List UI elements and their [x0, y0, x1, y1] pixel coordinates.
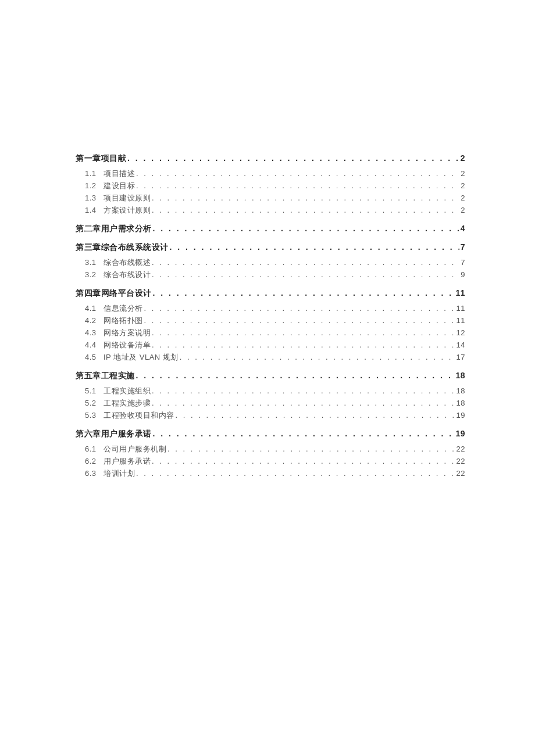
toc-subsection-page: 2	[459, 181, 465, 190]
toc-subsection-list: 1.1项目描述. . . . . . . . . . . . . . . . .…	[76, 169, 465, 216]
toc-leader: . . . . . . . . . . . . . . . . . . . . …	[170, 242, 459, 252]
toc-subsection-number: 1.3	[85, 194, 104, 202]
toc-chapter-row[interactable]: 第三章综合布线系统设计. . . . . . . . . . . . . . .…	[76, 242, 465, 253]
toc-leader: . . . . . . . . . . . . . . . . . . . . …	[152, 341, 455, 349]
toc-subsection-number: 4.2	[85, 316, 104, 325]
toc-subsection-title: 工程实施步骤	[104, 398, 152, 409]
toc-leader: . . . . . . . . . . . . . . . . . . . . …	[153, 429, 455, 438]
toc-subsection-row[interactable]: 4.3网络方案说明. . . . . . . . . . . . . . . .…	[85, 328, 465, 338]
toc-subsection-title: 信息流分析	[104, 303, 144, 314]
toc-subsection-number: 6.1	[85, 445, 104, 453]
toc-subsection-page: 11	[455, 304, 465, 313]
toc-subsection-list: 4.1信息流分析. . . . . . . . . . . . . . . . …	[76, 303, 465, 363]
toc-subsection-page: 22	[455, 445, 465, 453]
toc-subsection-row[interactable]: 1.4方案设计原则. . . . . . . . . . . . . . . .…	[85, 205, 465, 216]
toc-subsection-number: 4.4	[85, 341, 104, 349]
toc-subsection-row[interactable]: 6.1公司用户服务机制. . . . . . . . . . . . . . .…	[85, 444, 465, 454]
toc-subsection-number: 1.2	[85, 181, 104, 190]
toc-chapter-row[interactable]: 第四章网络平台设计. . . . . . . . . . . . . . . .…	[76, 288, 465, 299]
toc-chapter-row[interactable]: 第六章用户服务承诺. . . . . . . . . . . . . . . .…	[76, 429, 465, 439]
toc-subsection-title: 项目建设原则	[104, 193, 152, 203]
toc-leader: . . . . . . . . . . . . . . . . . . . . …	[153, 224, 459, 233]
toc-subsection-title: 项目描述	[104, 169, 136, 179]
toc-subsection-number: 3.1	[85, 258, 104, 267]
toc-chapter-row[interactable]: 第五章工程实施. . . . . . . . . . . . . . . . .…	[76, 371, 465, 381]
toc-chapter-title: 第三章综合布线系统设计	[76, 242, 170, 253]
toc-subsection-number: 6.2	[85, 457, 104, 465]
toc-subsection-page: 2	[459, 169, 465, 178]
toc-subsection-row[interactable]: 3.1综合布线概述. . . . . . . . . . . . . . . .…	[85, 257, 465, 268]
toc-subsection-row[interactable]: 4.4网络设备清单. . . . . . . . . . . . . . . .…	[85, 340, 465, 350]
toc-chapter-page: 2	[459, 153, 465, 163]
toc-leader: . . . . . . . . . . . . . . . . . . . . …	[176, 411, 455, 420]
toc-subsection-title: 网络设备清单	[104, 340, 152, 350]
toc-subsection-row[interactable]: 6.3培训计划. . . . . . . . . . . . . . . . .…	[85, 468, 465, 479]
toc-subsection-page: 22	[455, 469, 465, 478]
toc-subsection-page: 19	[455, 411, 465, 420]
toc-subsection-page: 14	[455, 341, 465, 349]
toc-subsection-row[interactable]: 4.2网络拓扑图. . . . . . . . . . . . . . . . …	[85, 316, 465, 326]
toc-subsection-list: 5.1工程实施组织. . . . . . . . . . . . . . . .…	[76, 386, 465, 421]
toc-leader: . . . . . . . . . . . . . . . . . . . . …	[152, 386, 455, 395]
toc-subsection-title: 建设目标	[104, 181, 136, 191]
toc-chapter-title: 第六章用户服务承诺	[76, 429, 153, 439]
toc-leader: . . . . . . . . . . . . . . . . . . . . …	[152, 328, 455, 337]
toc-subsection-list: 6.1公司用户服务机制. . . . . . . . . . . . . . .…	[76, 444, 465, 479]
toc-chapter-title: 第四章网络平台设计	[76, 288, 153, 299]
toc-subsection-row[interactable]: 6.2用户服务承诺. . . . . . . . . . . . . . . .…	[85, 456, 465, 467]
toc-subsection-number: 4.1	[85, 304, 104, 313]
toc-subsection-number: 5.2	[85, 399, 104, 407]
toc-subsection-number: 1.4	[85, 206, 104, 214]
toc-section: 第五章工程实施. . . . . . . . . . . . . . . . .…	[76, 371, 465, 421]
toc-chapter-row[interactable]: 第二章用户需求分析. . . . . . . . . . . . . . . .…	[76, 224, 465, 234]
toc-chapter-title: 第五章工程实施	[76, 371, 136, 381]
toc-leader: . . . . . . . . . . . . . . . . . . . . …	[127, 153, 459, 163]
toc-chapter-title: 第二章用户需求分析	[76, 224, 153, 234]
toc-leader: . . . . . . . . . . . . . . . . . . . . …	[152, 457, 455, 465]
toc-chapter-page: 19	[454, 429, 465, 438]
toc-leader: . . . . . . . . . . . . . . . . . . . . …	[152, 258, 459, 267]
toc-subsection-title: 网络拓扑图	[104, 316, 144, 326]
toc-leader: . . . . . . . . . . . . . . . . . . . . …	[153, 288, 455, 298]
toc-subsection-page: 12	[455, 328, 465, 337]
toc-leader: . . . . . . . . . . . . . . . . . . . . …	[152, 206, 459, 214]
toc-subsection-title: 工程实施组织	[104, 386, 152, 396]
toc-subsection-title: 工程验收项目和内容	[104, 410, 176, 421]
toc-section: 第四章网络平台设计. . . . . . . . . . . . . . . .…	[76, 288, 465, 363]
toc-subsection-row[interactable]: 3.2综合布线设计. . . . . . . . . . . . . . . .…	[85, 270, 465, 280]
toc-chapter-row[interactable]: 第一章项目献. . . . . . . . . . . . . . . . . …	[76, 153, 465, 164]
toc-subsection-page: 7	[459, 258, 465, 267]
toc-leader: . . . . . . . . . . . . . . . . . . . . …	[167, 445, 455, 453]
toc-chapter-page: 18	[454, 371, 465, 380]
toc-section: 第六章用户服务承诺. . . . . . . . . . . . . . . .…	[76, 429, 465, 479]
toc-subsection-number: 1.1	[85, 169, 104, 178]
document-page: 第一章项目献. . . . . . . . . . . . . . . . . …	[0, 0, 535, 479]
toc-subsection-number: 3.2	[85, 270, 104, 279]
toc-subsection-title: 网络方案说明	[104, 328, 152, 338]
toc-chapter-page: 7	[459, 242, 465, 252]
toc-subsection-page: 9	[459, 270, 465, 279]
toc-subsection-row[interactable]: 4.1信息流分析. . . . . . . . . . . . . . . . …	[85, 303, 465, 314]
toc-subsection-title: IP 地址及 VLAN 规划	[104, 352, 180, 363]
toc-subsection-page: 2	[459, 194, 465, 202]
toc-leader: . . . . . . . . . . . . . . . . . . . . …	[136, 371, 455, 380]
toc-subsection-row[interactable]: 5.2工程实施步骤. . . . . . . . . . . . . . . .…	[85, 398, 465, 409]
toc-subsection-row[interactable]: 1.1项目描述. . . . . . . . . . . . . . . . .…	[85, 169, 465, 179]
toc-subsection-row[interactable]: 5.1工程实施组织. . . . . . . . . . . . . . . .…	[85, 386, 465, 396]
toc-subsection-title: 综合布线概述	[104, 257, 152, 268]
toc-subsection-row[interactable]: 1.3项目建设原则. . . . . . . . . . . . . . . .…	[85, 193, 465, 203]
toc-leader: . . . . . . . . . . . . . . . . . . . . …	[136, 469, 455, 478]
toc-subsection-title: 综合布线设计	[104, 270, 152, 280]
toc-chapter-page: 11	[454, 288, 465, 298]
toc-leader: . . . . . . . . . . . . . . . . . . . . …	[152, 399, 455, 407]
toc-subsection-page: 11	[455, 316, 465, 325]
toc-subsection-row[interactable]: 4.5IP 地址及 VLAN 规划. . . . . . . . . . . .…	[85, 352, 465, 363]
toc-subsection-row[interactable]: 1.2建设目标. . . . . . . . . . . . . . . . .…	[85, 181, 465, 191]
toc-leader: . . . . . . . . . . . . . . . . . . . . …	[180, 353, 455, 361]
toc-subsection-row[interactable]: 5.3工程验收项目和内容. . . . . . . . . . . . . . …	[85, 410, 465, 421]
toc-section: 第一章项目献. . . . . . . . . . . . . . . . . …	[76, 153, 465, 216]
toc-section: 第二章用户需求分析. . . . . . . . . . . . . . . .…	[76, 224, 465, 234]
toc-chapter-page: 4	[459, 224, 465, 233]
toc-subsection-page: 18	[455, 386, 465, 395]
toc-subsection-page: 18	[455, 399, 465, 407]
